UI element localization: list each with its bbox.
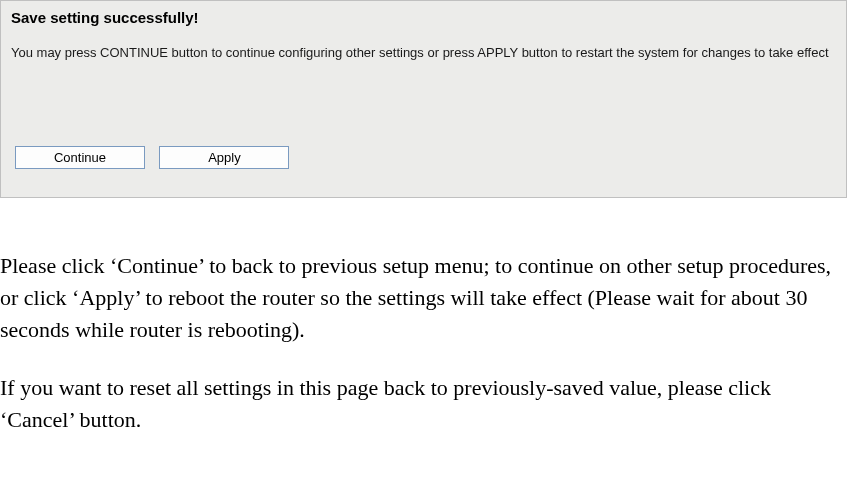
panel-description: You may press CONTINUE button to continu… — [11, 44, 836, 63]
panel-title: Save setting successfully! — [11, 9, 836, 26]
instruction-paragraph-1: Please click ‘Continue’ to back to previ… — [0, 250, 845, 346]
continue-button[interactable]: Continue — [15, 146, 145, 169]
button-row: Continue Apply — [15, 146, 299, 169]
apply-button[interactable]: Apply — [159, 146, 289, 169]
save-confirmation-panel: Save setting successfully! You may press… — [0, 0, 847, 198]
document-instructions: Please click ‘Continue’ to back to previ… — [0, 250, 849, 435]
instruction-paragraph-2: If you want to reset all settings in thi… — [0, 372, 845, 436]
